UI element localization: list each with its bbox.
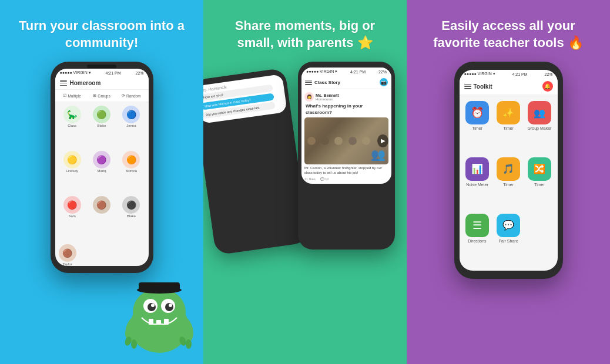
play-button[interactable]: ▶	[377, 134, 388, 147]
list-item: 🔵 Jenna	[118, 106, 145, 149]
author-avatar: 👩	[304, 92, 314, 102]
list-item: 🟤 Taylor	[59, 244, 76, 266]
phone-wrap-1: ●●●●● VIRGIN ▾ 4:21 PM 22% Homeroom ☑ Mu…	[12, 62, 192, 352]
time-2: 4:21 PM	[350, 70, 366, 74]
tool-label-timer-1: Timer	[472, 126, 482, 130]
student-item-taylor: 🟤 Taylor	[55, 242, 149, 266]
tool-label-timer-2: Timer	[503, 126, 514, 130]
student-name: Class	[68, 124, 76, 127]
tool-item-group-maker[interactable]: 👥 Group Maker	[527, 101, 553, 153]
student-name: Lindsay	[66, 169, 78, 173]
carrier-1: ●●●●● VIRGIN ▾	[60, 70, 91, 75]
tool-icon-group-maker: 👥	[528, 101, 551, 124]
avatar: 🔵	[122, 106, 140, 123]
svg-rect-9	[156, 320, 161, 325]
phone-wrap-2: Mrs. Harvancik How are you? How was Moni…	[215, 62, 395, 352]
svg-rect-10	[164, 319, 169, 325]
toolkit-title-wrap: Toolkit	[464, 83, 492, 90]
phone-back: Mrs. Harvancik How are you? How was Moni…	[203, 68, 309, 255]
list-item: 🟢 Blake	[88, 106, 115, 149]
tool-label-directions: Directions	[468, 239, 486, 243]
tool-item-pair-share[interactable]: 💬 Pair Share	[495, 214, 522, 265]
tool-item-directions[interactable]: ☰ Directions	[464, 214, 491, 265]
tool-item-empty	[527, 214, 553, 265]
tool-grid: ⏰ Timer ✨ Timer 👥 Group Maker 📊 Noise	[460, 95, 558, 271]
checkbox-icon: ☑	[63, 93, 66, 98]
tool-icon-music: 🎵	[497, 157, 520, 181]
story-location: Homeroom	[316, 97, 339, 101]
carrier-3: ●●●●● VIRGIN ▾	[464, 72, 495, 76]
avatar: 🟡	[63, 151, 81, 168]
tool-item-timer-2[interactable]: ✨ Timer	[495, 101, 522, 153]
tool-icon-directions: ☰	[465, 214, 489, 237]
list-item: 🦕 Class	[59, 106, 86, 149]
svg-point-16	[131, 339, 137, 349]
toolkit-phone: ●●●●● VIRGIN ▾ 4:21 PM 22% Toolkit 🔔	[454, 62, 563, 279]
tool-label-pair-share: Pair Share	[498, 239, 518, 243]
post-likes: 11 likes 💬 10	[304, 177, 388, 181]
list-item: 🔴 Sam	[59, 196, 86, 239]
student-name: Monica	[126, 169, 137, 173]
tool-icon-noise-meter: 📊	[465, 157, 489, 181]
tool-item-noise-meter[interactable]: 📊 Noise Meter	[464, 157, 491, 209]
toolkit-title: Toolkit	[474, 83, 492, 90]
photo-face	[321, 137, 329, 145]
student-name: Blake	[97, 124, 106, 127]
notification-bell[interactable]: 🔔	[542, 81, 553, 92]
story-title: Class Story	[314, 80, 340, 85]
monster-svg	[121, 279, 197, 356]
phone-front: ●●●●● VIRGIN ▾ 4:21 PM 22% Class Story 📷…	[298, 62, 395, 250]
tool-icon-pair-share: 💬	[497, 214, 520, 237]
phone-1: ●●●●● VIRGIN ▾ 4:21 PM 22% Homeroom ☑ Mu…	[51, 62, 153, 273]
list-item: ⚫ Blake	[118, 196, 145, 239]
panel-teacher-tools: Easily access all your favorite teacher …	[407, 0, 610, 364]
svg-rect-8	[149, 319, 153, 325]
tool-icon-timer: ⏰	[465, 101, 489, 124]
panel3-heading: Easily access all your favorite teacher …	[418, 18, 598, 51]
student-grid: 🦕 Class 🟢 Blake 🔵 Jenna 🟡 Lindsay	[55, 102, 149, 242]
time-1: 4:21 PM	[106, 71, 121, 75]
tool-item-timer-1[interactable]: ⏰ Timer	[464, 101, 491, 153]
photo-face	[307, 137, 316, 145]
tool-label-group-maker: Group Maker	[528, 126, 552, 130]
groups-icon: ⊞	[93, 93, 96, 98]
toolkit-header: Toolkit 🔔	[460, 78, 558, 95]
battery-3: 22%	[544, 72, 552, 76]
svg-rect-12	[139, 282, 180, 291]
tool-item-timer-3[interactable]: 🎵 Timer	[495, 157, 522, 209]
student-name: Jenna	[126, 124, 136, 127]
list-item: 🟤	[88, 196, 115, 239]
avatar: 🦕	[63, 106, 81, 123]
panel-classroom-community: Turn your classroom into a community! ●●…	[0, 0, 203, 364]
avatar: 🟣	[93, 151, 110, 168]
photo-face	[348, 137, 357, 145]
svg-point-18	[186, 339, 192, 349]
avatar: 🟤	[93, 196, 110, 214]
avatar: 🟢	[93, 106, 110, 123]
status-bar-3: ●●●●● VIRGIN ▾ 4:21 PM 22%	[460, 70, 558, 78]
panel1-heading: Turn your classroom into a community!	[12, 18, 192, 51]
student-name: Mariq	[97, 169, 106, 173]
story-image: ▶	[304, 117, 388, 164]
hamburger-icon-3	[464, 84, 471, 89]
camera-icon[interactable]: 📷	[380, 78, 388, 86]
tool-icon-shuffle: 🔀	[528, 157, 551, 181]
story-post-header: 👩 Ms. Bennett Homeroom	[304, 92, 388, 102]
likes-count: 11 likes	[304, 177, 316, 181]
list-item: 🟣 Mariq	[88, 151, 115, 194]
phone-wrap-3: ●●●●● VIRGIN ▾ 4:21 PM 22% Toolkit 🔔	[418, 62, 598, 352]
battery-1: 22%	[135, 71, 143, 75]
toolkit-screen: ●●●●● VIRGIN ▾ 4:21 PM 22% Toolkit 🔔	[460, 70, 558, 271]
tab-multiple[interactable]: ☑ Multiple	[59, 92, 86, 99]
tool-item-timer-4[interactable]: 🔀 Timer	[527, 157, 553, 209]
image-overlay: ▶	[304, 117, 388, 164]
student-name: Taylor	[62, 262, 72, 266]
avatar: 🟠	[122, 151, 140, 168]
battery-2: 22%	[378, 70, 387, 74]
hamburger-icon-2	[305, 80, 312, 85]
tool-label-timer-4: Timer	[534, 183, 545, 187]
students-photo	[304, 134, 377, 148]
tab-groups[interactable]: ⊞ Groups	[88, 92, 115, 99]
phone-screen-1: ●●●●● VIRGIN ▾ 4:21 PM 22% Homeroom ☑ Mu…	[55, 69, 149, 266]
tab-random[interactable]: ⟳ Random	[118, 92, 145, 99]
